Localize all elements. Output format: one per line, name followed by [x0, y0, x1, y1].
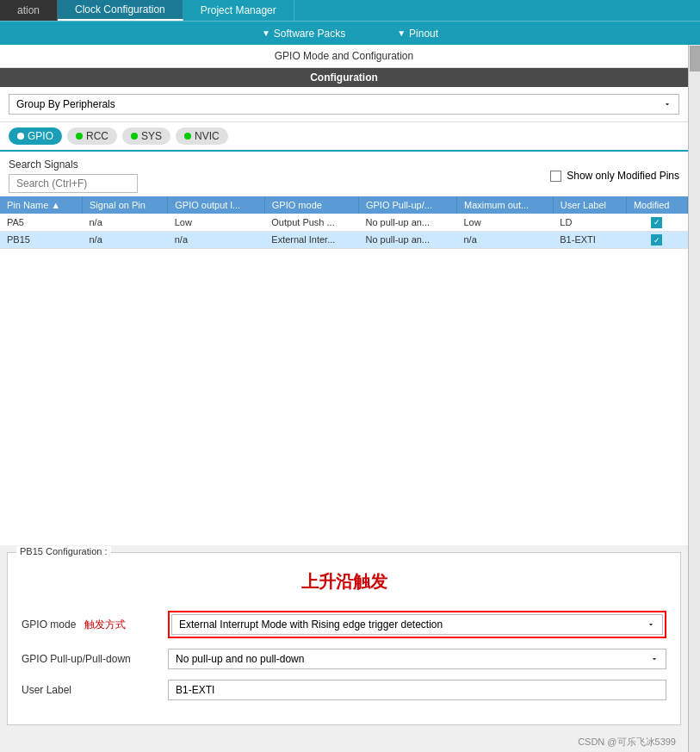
col-header-pull[interactable]: GPIO Pull-up/...: [358, 196, 456, 214]
group-dropdown-container: Group By Peripherals: [0, 87, 688, 122]
scrollbar-thumb[interactable]: [690, 46, 700, 71]
col-header-pin-name[interactable]: Pin Name ▲: [0, 196, 83, 214]
cell-signal: n/a: [83, 214, 168, 231]
cell-gpio-mode: External Inter...: [264, 231, 358, 249]
user-label-input[interactable]: [168, 680, 666, 700]
tab-dot: [184, 133, 191, 140]
tab-dot: [131, 133, 138, 140]
col-header-gpio-mode[interactable]: GPIO mode: [264, 196, 358, 214]
cell-max-out: n/a: [456, 231, 553, 249]
chevron-down-icon: ▼: [262, 28, 270, 38]
tab-dot: [76, 133, 83, 140]
group-by-dropdown[interactable]: Group By Peripherals: [9, 94, 679, 115]
nav-item-partial[interactable]: ation: [0, 0, 58, 21]
nav-item-pinout[interactable]: ▼ Pinout: [397, 28, 438, 40]
show-modified-container: Show only Modified Pins: [550, 170, 679, 182]
config-bar: Configuration: [0, 68, 688, 87]
second-navigation: ▼ Software Packs ▼ Pinout: [0, 21, 700, 45]
pb15-config-section: PB15 Configuration : 上升沿触发 GPIO mode 触发方…: [7, 552, 681, 725]
table-row[interactable]: PB15 n/a n/a External Inter... No pull-u…: [0, 231, 688, 249]
col-header-signal[interactable]: Signal on Pin: [83, 196, 168, 214]
nav-item-clock-config[interactable]: Clock Configuration: [58, 0, 183, 21]
content-spacer: [0, 249, 688, 545]
user-label-row: User Label: [22, 680, 666, 700]
section-title: GPIO Mode and Configuration: [0, 45, 688, 68]
gpio-mode-label: GPIO mode 触发方式: [22, 618, 168, 632]
cell-pull: No pull-up an...: [358, 231, 456, 249]
cell-max-out: Low: [456, 214, 553, 231]
col-header-user-label[interactable]: User Label: [553, 196, 626, 214]
table-row[interactable]: PA5 n/a Low Output Push ... No pull-up a…: [0, 214, 688, 231]
cell-modified: ✓: [626, 231, 687, 249]
nav-item-software-packs[interactable]: ▼ Software Packs: [262, 28, 345, 40]
modified-checkmark: ✓: [651, 234, 662, 245]
scrollbar-track[interactable]: [688, 45, 700, 752]
gpio-pull-label: GPIO Pull-up/Pull-down: [22, 653, 168, 665]
cell-output-level: n/a: [168, 231, 265, 249]
cell-pin-name: PA5: [0, 214, 83, 231]
tab-nvic[interactable]: NVIC: [176, 127, 228, 145]
cell-signal: n/a: [83, 231, 168, 249]
search-input[interactable]: [9, 174, 138, 193]
cell-user-label: LD: [553, 214, 626, 231]
chevron-down-icon: ▼: [397, 28, 406, 38]
show-modified-label: Show only Modified Pins: [567, 170, 679, 182]
cell-gpio-mode: Output Push ...: [264, 214, 358, 231]
gpio-mode-dropdown[interactable]: External Interrupt Mode with Rising edge…: [171, 614, 663, 635]
cell-modified: ✓: [626, 214, 687, 231]
user-label-label: User Label: [22, 684, 168, 696]
col-header-max-out[interactable]: Maximum out...: [456, 196, 553, 214]
cell-user-label: B1-EXTI: [553, 231, 626, 249]
search-left: Search Signals: [9, 158, 138, 193]
gpio-pull-dropdown[interactable]: No pull-up and no pull-down: [168, 649, 666, 669]
cell-output-level: Low: [168, 214, 265, 231]
search-label: Search Signals: [9, 158, 138, 171]
chinese-sub-label: 触发方式: [84, 618, 126, 631]
tab-sys[interactable]: SYS: [122, 127, 170, 145]
gpio-pull-row: GPIO Pull-up/Pull-down No pull-up and no…: [22, 649, 666, 669]
tab-rcc[interactable]: RCC: [67, 127, 117, 145]
tab-row: GPIO RCC SYS NVIC: [0, 122, 688, 152]
show-modified-checkbox[interactable]: [550, 171, 561, 182]
cell-pull: No pull-up an...: [358, 214, 456, 231]
gpio-table: Pin Name ▲ Signal on Pin GPIO output l..…: [0, 196, 688, 249]
tab-active-dot: [17, 133, 24, 140]
watermark: CSDN @可乐飞冰5399: [0, 732, 688, 752]
gpio-table-container: Pin Name ▲ Signal on Pin GPIO output l..…: [0, 196, 688, 249]
nav-item-project-manager[interactable]: Project Manager: [183, 0, 294, 21]
col-header-output-level[interactable]: GPIO output l...: [168, 196, 265, 214]
gpio-mode-row: GPIO mode 触发方式 External Interrupt Mode w…: [22, 611, 666, 638]
modified-checkmark: ✓: [651, 217, 662, 228]
cell-pin-name: PB15: [0, 231, 83, 249]
search-area: Search Signals Show only Modified Pins: [0, 152, 688, 196]
gpio-mode-dropdown-wrapper: External Interrupt Mode with Rising edge…: [168, 611, 666, 638]
col-header-modified[interactable]: Modified: [626, 196, 687, 214]
pb15-section-label: PB15 Configuration :: [16, 546, 111, 556]
tab-gpio[interactable]: GPIO: [9, 127, 62, 145]
top-navigation: ation Clock Configuration Project Manage…: [0, 0, 700, 21]
chinese-title: 上升沿触发: [22, 562, 666, 611]
